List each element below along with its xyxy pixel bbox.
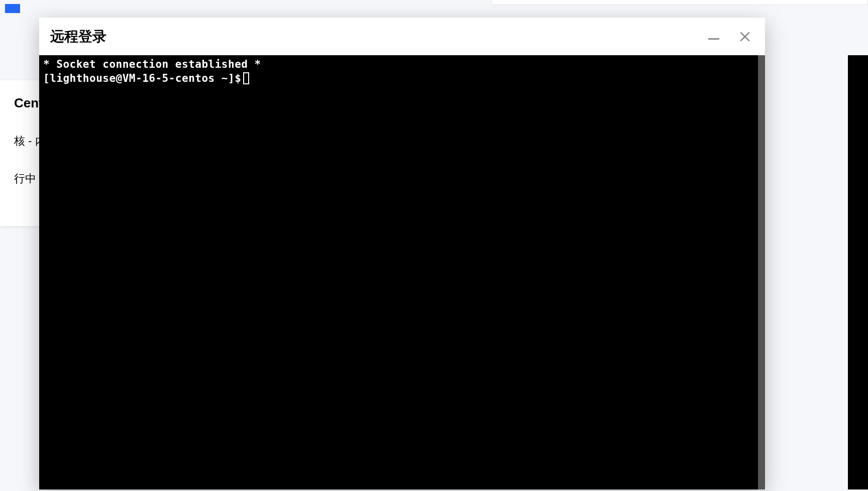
close-icon bbox=[738, 30, 751, 43]
minimize-icon bbox=[708, 38, 719, 40]
terminal-cursor bbox=[243, 72, 249, 84]
terminal-content: * Socket connection established * [light… bbox=[39, 55, 765, 87]
blue-tab-indicator bbox=[5, 4, 20, 13]
modal-right-edge bbox=[848, 55, 868, 489]
terminal-prompt: [lighthouse@VM-16-5-centos ~]$ bbox=[43, 71, 241, 85]
terminal[interactable]: * Socket connection established * [light… bbox=[39, 55, 765, 489]
remote-login-modal: 远程登录 * Socket connection established * [… bbox=[39, 18, 765, 489]
modal-controls bbox=[705, 28, 754, 46]
minimize-button[interactable] bbox=[705, 28, 723, 46]
terminal-prompt-line: [lighthouse@VM-16-5-centos ~]$ bbox=[43, 71, 761, 85]
terminal-output-line: * Socket connection established * bbox=[43, 57, 761, 71]
modal-header: 远程登录 bbox=[39, 18, 765, 55]
modal-title: 远程登录 bbox=[50, 27, 106, 46]
top-bar-fragment bbox=[491, 0, 868, 5]
terminal-scrollbar[interactable] bbox=[758, 55, 765, 489]
terminal-scrollbar-thumb[interactable] bbox=[758, 55, 765, 489]
close-button[interactable] bbox=[736, 28, 754, 46]
